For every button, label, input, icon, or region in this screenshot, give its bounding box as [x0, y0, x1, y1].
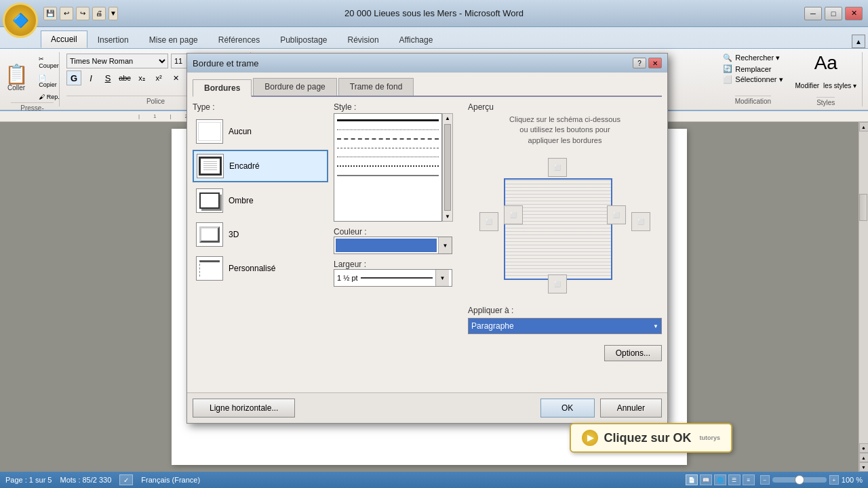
style-line-2[interactable] — [337, 129, 439, 130]
couleur-label: Couleur : — [334, 227, 462, 237]
type-ombre[interactable]: Ombre — [193, 185, 328, 216]
aucun-label: Aucun — [229, 127, 252, 136]
style-label: Style : — [334, 102, 462, 112]
border-top-btn[interactable]: ⬜ — [548, 158, 567, 177]
style-scrollbar[interactable]: ▲ ▼ — [442, 113, 453, 222]
tooltip-icon: ▶ — [582, 430, 598, 446]
apercu-panel: Aperçu Cliquez sur le schéma ci-dessouso… — [468, 102, 662, 387]
ombre-label: Ombre — [229, 196, 254, 205]
footer-right: OK Annuler — [540, 399, 662, 418]
style-line-1[interactable] — [337, 119, 439, 121]
tooltip-text: Cliquez sur OK — [604, 431, 691, 445]
word-window: 🔷 💾 ↩ ↪ 🖨 ▼ 20 000 Lieues sous les Mers … — [0, 0, 868, 488]
style-listbox[interactable] — [334, 113, 442, 222]
encadre-icon — [197, 154, 224, 178]
type-personnalise[interactable]: Personnalisé — [193, 253, 328, 284]
bordure-trame-dialog: Bordure et trame ? ✕ Bordures Bordure de… — [186, 53, 668, 424]
type-label: Type : — [193, 102, 328, 112]
largeur-dropdown[interactable]: 1 ½ pt ▼ — [334, 269, 452, 287]
tab-bordure-de-page[interactable]: Bordure de page — [253, 78, 336, 96]
style-line-3[interactable] — [337, 138, 439, 140]
tooltip: ▶ Cliquez sur OK tutorys — [570, 423, 732, 453]
dialog-close-btn[interactable]: ✕ — [648, 58, 662, 68]
apercu-label: Aperçu — [468, 102, 662, 112]
ligne-horizontale-button[interactable]: Ligne horizontale... — [193, 399, 295, 418]
dialog-tabs: Bordures Bordure de page Trame de fond — [193, 78, 662, 97]
border-inner-h-btn[interactable]: ⬜ — [504, 205, 523, 224]
aucun-icon — [196, 119, 223, 144]
tab-trame-de-fond[interactable]: Trame de fond — [338, 78, 414, 96]
personnalise-label: Personnalisé — [229, 264, 275, 273]
apercu-desc: Cliquez sur le schéma ci-dessousou utili… — [468, 115, 662, 146]
dialog-titlebar: Bordure et trame ? ✕ — [187, 54, 667, 73]
color-swatch — [336, 239, 437, 252]
border-inner-v-btn[interactable]: ⬜ — [607, 205, 626, 224]
dialog-help-btn[interactable]: ? — [633, 58, 646, 68]
dialog-controls: ? ✕ — [633, 58, 662, 68]
dialog-title: Bordure et trame — [193, 58, 259, 68]
appliquer-dropdown[interactable]: Paragraphe ▼ — [468, 318, 662, 334]
tutorys-label: tutorys — [699, 434, 720, 441]
style-line-5[interactable] — [337, 157, 439, 157]
apercu-preview — [504, 178, 612, 280]
type-panel: Type : Aucun — [193, 102, 328, 387]
appliquer-label: Appliquer à : — [468, 306, 662, 315]
couleur-dropdown[interactable]: ▼ — [334, 237, 452, 254]
type-encadre[interactable]: Encadré — [193, 150, 328, 182]
dialog-footer: Ligne horizontale... OK Annuler — [187, 392, 667, 423]
largeur-dropdown-arrow[interactable]: ▼ — [435, 270, 449, 286]
appliquer-value: Paragraphe — [471, 321, 514, 331]
style-panel: Style : — [334, 102, 462, 387]
options-button[interactable]: Options... — [604, 345, 662, 361]
type-aucun[interactable]: Aucun — [193, 116, 328, 147]
3d-label: 3D — [229, 230, 239, 239]
encadre-label: Encadré — [229, 161, 260, 171]
appliquer-dropdown-arrow[interactable]: ▼ — [653, 323, 658, 329]
dialog-overlay: Bordure et trame ? ✕ Bordures Bordure de… — [0, 0, 868, 488]
ok-button[interactable]: OK — [540, 399, 595, 418]
largeur-value: 1 ½ pt — [337, 274, 358, 282]
personnalise-icon — [196, 256, 223, 281]
annuler-button[interactable]: Annuler — [600, 399, 662, 418]
border-right-btn[interactable]: ⬜ — [631, 212, 650, 231]
ombre-icon — [196, 188, 223, 213]
couleur-dropdown-arrow[interactable]: ▼ — [438, 237, 452, 253]
3d-icon — [196, 222, 223, 247]
border-left-btn[interactable]: ⬜ — [479, 212, 498, 231]
type-3d[interactable]: 3D — [193, 219, 328, 250]
dialog-body: Bordures Bordure de page Trame de fond T… — [187, 73, 667, 392]
width-line-preview — [361, 277, 433, 279]
dialog-content: Type : Aucun — [193, 102, 662, 387]
tab-bordures[interactable]: Bordures — [193, 79, 252, 97]
style-line-selected[interactable] — [337, 175, 439, 176]
apply-section: Appliquer à : Paragraphe ▼ — [468, 306, 662, 334]
type-options: Aucun Encadré — [193, 116, 328, 284]
border-bottom-btn[interactable]: ⬜ — [548, 274, 567, 293]
style-line-6[interactable] — [337, 165, 439, 167]
style-line-4[interactable] — [337, 148, 439, 148]
largeur-label: Largeur : — [334, 260, 462, 269]
